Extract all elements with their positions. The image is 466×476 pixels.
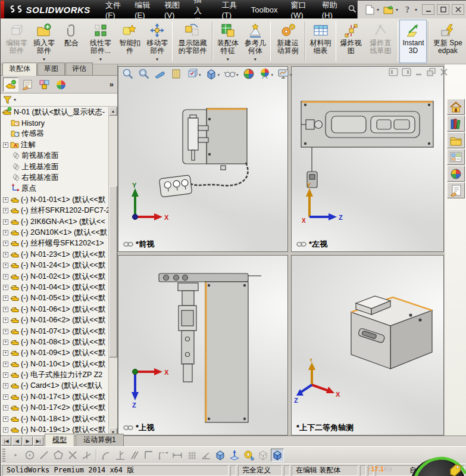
tree-item[interactable]: +(-) N-01-08<1> (默认<<默 — [1, 337, 108, 347]
tree-item[interactable]: +(-) N-01-06<2> (默认<<默 — [1, 315, 108, 325]
expand-icon[interactable]: + — [3, 372, 8, 378]
resources-home-icon[interactable] — [447, 99, 465, 115]
circle-button[interactable] — [23, 449, 36, 462]
angle-button[interactable] — [199, 449, 212, 462]
expand-icon[interactable]: + — [3, 295, 8, 301]
dropdown-arrow-icon[interactable]: ▾ — [43, 57, 45, 62]
expand-icon[interactable]: + — [3, 405, 8, 410]
tree-item[interactable]: +(-) N-01-01<1> (默认<<默 — [1, 194, 108, 205]
point-button[interactable] — [9, 449, 22, 462]
tree-filter[interactable]: ▾ — [1, 94, 117, 107]
viewport-front[interactable]: Y X *前视 — [118, 66, 288, 252]
cmd-assembly-features-button[interactable]: 装配体特征▾ — [214, 20, 242, 63]
cmd-instant3d-button[interactable]: Instant3D — [399, 20, 427, 63]
cmd-move-component-button[interactable]: 移动零部件▾ — [143, 20, 171, 63]
minimize-button[interactable] — [422, 4, 434, 15]
doc-close-icon[interactable] — [440, 68, 448, 78]
open-document-dropdown-icon[interactable]: ▾ — [396, 7, 401, 13]
polygon-button[interactable] — [52, 449, 65, 462]
tree-item[interactable]: +(-) 丝杆SFKR1202-DFC7-2 — [1, 206, 108, 216]
appearances-icon[interactable] — [447, 166, 465, 182]
expand-icon[interactable]: + — [3, 197, 8, 203]
zoom-area-button[interactable] — [137, 67, 151, 83]
expand-icon[interactable]: + — [3, 263, 8, 268]
doc-restore-icon[interactable] — [427, 68, 436, 78]
cmd-motion-study-button[interactable]: 新建运动算例 — [272, 20, 304, 63]
dropdown-arrow-icon[interactable]: ▾ — [156, 57, 158, 62]
dropdown-arrow-icon[interactable]: ▾ — [227, 57, 229, 62]
menu-1[interactable]: 文件(F) — [99, 1, 128, 18]
tree-item[interactable]: +(-) N-01-10<1> (默认<<默 — [1, 359, 108, 369]
fly-through-button[interactable] — [153, 67, 167, 83]
search-icon[interactable] — [348, 4, 357, 15]
expand-icon[interactable]: + — [3, 383, 8, 388]
tree-item[interactable]: +(-) N-01-24<1> (默认<<默 — [1, 260, 108, 270]
displaymanager-icon[interactable] — [53, 77, 68, 92]
expand-icon[interactable]: + — [3, 394, 8, 400]
cmd-smart-fasteners-button[interactable]: 智能扣件 — [116, 20, 143, 63]
view-settings-button[interactable]: ▾ — [276, 67, 293, 83]
expand-icon[interactable]: + — [3, 307, 8, 312]
dropdown-arrow-icon[interactable]: ▾ — [290, 73, 292, 77]
cmd-reference-geometry-button[interactable]: 参考几何体▾ — [242, 20, 269, 63]
perpendicular-button[interactable] — [114, 449, 127, 462]
expand-icon[interactable]: + — [3, 427, 8, 433]
graphics-area[interactable]: ▾▾▾▾▾ — [118, 64, 444, 435]
menu-2[interactable]: 编辑(E) — [128, 1, 158, 18]
scroll-thumb[interactable] — [109, 186, 117, 357]
tree-item[interactable]: +(-) 2GN10K<1> (默认<<默 — [1, 227, 108, 238]
tree-item[interactable]: +(-) N-01-23<1> (默认<<默 — [1, 249, 108, 260]
tree-item[interactable]: +(-) 电子式推拉力计ZP Z2 — [1, 369, 108, 380]
tree-item[interactable]: 前视基准面 — [1, 151, 108, 161]
tree-item[interactable]: +(-) N-01-18<1> (默认<<默 — [1, 413, 108, 424]
hide-show-items-button[interactable]: ▾ — [223, 67, 240, 83]
bottom-tab-运动算例1[interactable]: 运动算例1 — [76, 434, 124, 446]
expand-icon[interactable]: + — [3, 142, 8, 148]
section-view-button[interactable] — [169, 67, 183, 83]
measure-button[interactable] — [242, 449, 255, 462]
tree-item[interactable]: 传感器 — [1, 129, 108, 139]
parallel-button[interactable] — [128, 449, 141, 462]
nav-prev-button[interactable]: ◀ — [12, 437, 22, 446]
tree-item[interactable]: +(-) 2IK6GN-A<1> (默认<< — [1, 216, 108, 227]
close-button[interactable] — [452, 4, 464, 15]
tab-评估[interactable]: 评估 — [65, 63, 93, 75]
menu-3[interactable]: 视图(V) — [158, 1, 187, 18]
expand-icon[interactable]: + — [3, 252, 8, 257]
expand-icon[interactable]: + — [3, 274, 8, 279]
expand-icon[interactable]: + — [3, 285, 8, 290]
line-button[interactable] — [37, 449, 51, 462]
dropdown-arrow-icon[interactable]: ▾ — [99, 57, 102, 62]
expand-icon[interactable]: + — [3, 219, 8, 225]
nav-first-button[interactable]: |◀ — [1, 437, 11, 446]
menu-6[interactable]: Toolbox — [245, 1, 284, 18]
toolbar-grip[interactable] — [2, 449, 5, 462]
expand-icon[interactable]: + — [3, 230, 8, 235]
help-dropdown-icon[interactable]: ▾ — [415, 7, 420, 13]
tree-item[interactable]: +(-) N-01-09<1> (默认<<默 — [1, 348, 108, 359]
expand-icon[interactable]: + — [3, 329, 8, 334]
dropdown-arrow-icon[interactable]: ▾ — [218, 73, 220, 77]
temporary-axes-button[interactable] — [228, 449, 241, 462]
expand-icon[interactable]: + — [3, 362, 8, 367]
tangent-arc-button[interactable] — [99, 449, 112, 462]
scroll-up-icon[interactable]: ▲ — [109, 107, 117, 116]
tree-item[interactable]: +(-) N-01-07<1> (默认<<默 — [1, 326, 108, 337]
expand-icon[interactable]: + — [3, 416, 8, 422]
tag-icon[interactable] — [448, 462, 462, 476]
pane-left-icon[interactable] — [389, 68, 398, 78]
expand-icon[interactable]: + — [3, 318, 8, 323]
help-icon[interactable]: ? — [402, 4, 414, 15]
dropdown-arrow-icon[interactable]: ▾ — [271, 73, 274, 77]
new-document-dropdown-icon[interactable]: ▾ — [377, 7, 381, 13]
cmd-insert-component-button[interactable]: 插入零部件▾ — [30, 20, 58, 63]
smart-dimension-button[interactable] — [171, 449, 184, 462]
expand-icon[interactable]: + — [3, 241, 8, 246]
tab-装配体[interactable]: 装配体 — [2, 63, 37, 76]
viewport-isometric[interactable]: Y X Z *上下二等角轴测 — [291, 255, 444, 435]
filter-dropdown-icon[interactable]: ▾ — [14, 97, 16, 102]
draft-cube-button[interactable] — [257, 449, 270, 462]
cmd-mate-button[interactable]: 配合 — [58, 20, 85, 63]
custom-properties-icon[interactable] — [447, 182, 465, 198]
open-document-icon[interactable] — [383, 4, 395, 15]
